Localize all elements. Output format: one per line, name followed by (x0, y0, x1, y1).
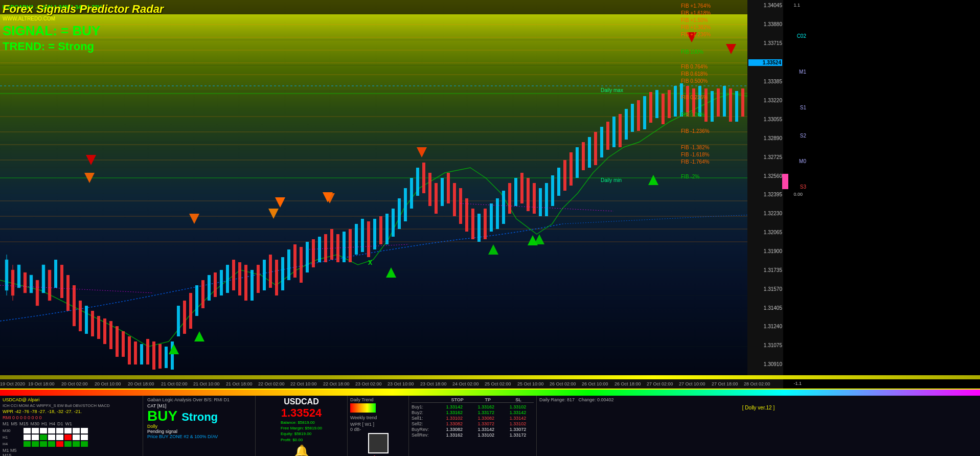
forecast-section: Gaban Logic Analysis Over B/S: RMI D1 CA… (143, 396, 256, 456)
x-tick-1: 19 Oct 18:00 (28, 381, 55, 386)
svg-text:X: X (368, 259, 372, 266)
wpr-indicator-label: WPR [ W1 ] (350, 422, 406, 427)
svg-rect-142 (631, 104, 634, 132)
m30-box-7 (73, 428, 80, 434)
symbol-section: USDCAD 1.33524 Balance: $5819.00 Free Ma… (256, 396, 348, 456)
price-32230: 1.32230 (748, 211, 782, 216)
svg-rect-129 (551, 175, 554, 206)
svg-rect-74 (250, 270, 254, 301)
svg-rect-145 (649, 92, 652, 123)
svg-rect-112 (459, 188, 462, 224)
pending-signal-text: Pending signal (147, 429, 251, 434)
svg-rect-103 (410, 178, 413, 209)
sellrev-stop: 1.33162 (439, 432, 470, 438)
app-title: Forex Signals Predictor Radar (3, 3, 164, 16)
trade-header-row: STOP TP SL (412, 397, 534, 403)
rmi-values-display: RMI 0 0 0 0 0 0 0 0 (3, 415, 140, 420)
svg-rect-87 (324, 234, 327, 262)
svg-rect-50 (109, 321, 112, 349)
price-31075: 1.31075 (748, 343, 782, 348)
dolly-version-label: [ Dolly ver.12 ] (539, 405, 977, 411)
h1-label: H1 (3, 435, 23, 440)
sell1-row: Sell1: 1.33102 1.33082 1.33142 (412, 416, 534, 421)
free-margin-line: Free Margin: $5819.00 (281, 425, 322, 431)
buy2-stop: 1.33162 (439, 410, 470, 415)
h1-box-3 (40, 435, 47, 440)
svg-rect-116 (484, 209, 487, 239)
x-tick-6: 21 Oct 10:00 (193, 381, 220, 386)
right-scale-11: 1.1 (793, 3, 803, 8)
tf-m5: M5 (11, 421, 18, 426)
bell-icon: 🔔 (294, 444, 309, 456)
balance-info-block: Balance: $5819.00 Free Margin: $5819.00 … (281, 420, 322, 443)
svg-rect-45 (79, 301, 82, 331)
profit-line: Profit: $0.00 (281, 437, 322, 443)
svg-rect-135 (588, 137, 591, 168)
svg-rect-146 (655, 90, 658, 118)
h4-box-4 (48, 441, 55, 447)
short-label-container: Short (350, 432, 406, 456)
svg-text:Daily min: Daily min (601, 177, 622, 183)
svg-rect-143 (637, 100, 640, 131)
ind-name-bull: Bull (65, 403, 72, 408)
ind-name-ich: ICH (3, 403, 10, 408)
h4-label: H4 (3, 442, 23, 446)
daily-trend-label: Daily Trend (350, 397, 406, 402)
h4-box-3 (40, 441, 47, 447)
svg-rect-134 (582, 142, 585, 170)
fib-level-1: FIB +1.764% (681, 3, 747, 10)
svg-rect-119 (496, 198, 499, 229)
forecast-signal-text: BUY (147, 409, 177, 423)
tf-m1: M1 (3, 421, 9, 426)
price-33220: 1.33220 (748, 98, 782, 103)
svg-rect-51 (116, 326, 119, 357)
buyrev-tp: 1.33142 (470, 427, 502, 432)
h4-box-7 (73, 441, 80, 447)
pink-level-block (782, 174, 788, 189)
svg-marker-175 (275, 197, 285, 208)
svg-rect-97 (373, 219, 376, 249)
svg-rect-117 (490, 203, 493, 232)
h1-box-1 (24, 435, 31, 440)
x-tick-11: 23 Oct 02:00 (355, 381, 382, 386)
tf-h4: H4 (50, 421, 56, 426)
daily-range-section: Daily Range: 817 Change: 0.00402 [ Dolly… (537, 396, 980, 456)
price-31570: 1.31570 (748, 286, 782, 292)
ind-name-obvstoch: OBV/STOCH (73, 403, 97, 408)
svg-rect-111 (453, 183, 456, 216)
sellrev-row: SellRev: 1.33162 1.33102 1.33172 (412, 432, 534, 438)
svg-rect-39 (48, 270, 51, 301)
svg-rect-64 (189, 293, 192, 329)
svg-rect-77 (263, 260, 266, 290)
ind-name-ac: AC (30, 403, 35, 408)
svg-rect-91 (343, 232, 346, 262)
wpr-values: WPR -42 -76 -78 -27. -18, -32 -27. -21. (3, 409, 82, 414)
svg-rect-92 (349, 229, 352, 262)
svg-rect-70 (226, 265, 229, 293)
fib-level-15: FIB -1.764% (681, 158, 747, 166)
price-31900: 1.31900 (748, 248, 782, 254)
svg-rect-95 (367, 221, 370, 257)
svg-rect-59 (165, 347, 168, 368)
svg-rect-130 (557, 168, 560, 196)
rsi-row: M1 M5 M15 M30 H1 H4 D1 W1 (3, 448, 140, 456)
x-tick-17: 26 Oct 02:00 (550, 381, 576, 386)
buyrev-label: BuyRev: (412, 427, 439, 432)
trade-col-empty (412, 397, 442, 402)
timeframes-row: M1 M5 M15 M30 H1 H4 D1 W1 (3, 421, 140, 426)
svg-rect-124 (527, 178, 530, 211)
tf-d1: D1 (57, 421, 63, 426)
m30-box-6 (64, 428, 72, 434)
svg-rect-58 (158, 344, 162, 369)
svg-rect-57 (152, 341, 155, 370)
svg-rect-93 (355, 224, 358, 255)
svg-rect-49 (103, 318, 106, 344)
buy2-label: Buy2: (412, 410, 439, 415)
h1-indicator-row: H1 (3, 435, 140, 440)
x-tick-20: 27 Oct 02:00 (647, 381, 673, 386)
x-axis: 19 Oct 2020 19 Oct 18:00 20 Oct 02:00 20… (0, 379, 782, 389)
buy2-tp: 1.33172 (470, 410, 502, 415)
svg-rect-46 (85, 306, 88, 334)
ind-name-cci: CCI (11, 403, 18, 408)
x-tick-16: 25 Oct 10:00 (517, 381, 544, 386)
